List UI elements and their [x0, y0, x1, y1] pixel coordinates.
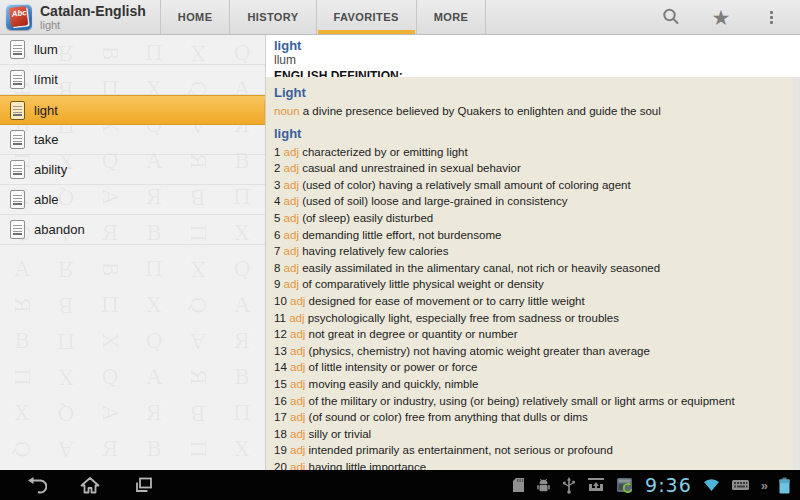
part-of-speech: adj [290, 411, 309, 423]
usb-icon [562, 477, 576, 494]
definition-line: 8 adj easily assimilated in the alimenta… [274, 260, 783, 277]
status-tray[interactable]: 9:36 » [512, 474, 800, 496]
home-icon[interactable] [78, 474, 102, 496]
recent-apps-icon[interactable] [132, 474, 156, 496]
part-of-speech: adj [290, 428, 309, 440]
sd-card-icon [512, 477, 525, 493]
definition-line: 10 adj designed for ease of movement or … [274, 293, 783, 310]
definition-text: intended primarily as entertainment, not… [309, 444, 613, 456]
word-label: ability [34, 162, 67, 177]
part-of-speech: adj [284, 245, 303, 257]
word-list-item-light[interactable]: light [0, 95, 265, 125]
definition-line: 3 adj (used of color) having a relativel… [274, 177, 783, 194]
definition-text: of the military or industry, using (or b… [309, 395, 735, 407]
app-subtitle: light [40, 19, 146, 31]
title-block: Catalan-English light [40, 4, 146, 31]
definition-line: 18 adj silly or trivial [274, 426, 783, 443]
definition-line: 11 adj psychologically light, especially… [274, 310, 783, 327]
part-of-speech: adj [284, 162, 303, 174]
battery-icon [779, 477, 790, 494]
document-icon [10, 220, 25, 239]
definition-number: 14 [274, 361, 290, 373]
part-of-speech: adj [290, 378, 309, 390]
definition-line: 12 adj not great in degree or quantity o… [274, 326, 783, 343]
definition-line: 15 adj moving easily and quickly, nimble [274, 376, 783, 393]
definition-text: psychologically light, especially free f… [308, 312, 619, 324]
definition-text: (physics, chemistry) not having atomic w… [309, 345, 650, 357]
back-icon[interactable] [24, 474, 48, 496]
star-icon[interactable]: ★ [710, 5, 732, 29]
definition-number: 11 [274, 312, 289, 324]
definition-text: a divine presence believed by Quakers to… [303, 105, 661, 117]
keyboard-icon [731, 478, 750, 492]
word-list: llumlímitlighttakeabilityableabandon [0, 35, 265, 245]
part-of-speech: adj [284, 212, 303, 224]
tab-home[interactable]: HOME [160, 0, 230, 34]
actionbar-actions: ★ [660, 5, 800, 29]
part-of-speech: adj [284, 262, 303, 274]
navigation-buttons [0, 474, 156, 496]
definition-text: casual and unrestrained in sexual behavi… [302, 162, 521, 174]
definition-line: 20 adj having little importance [274, 459, 783, 470]
word-list-item-able[interactable]: able [0, 185, 265, 215]
definition-number: 3 [274, 179, 284, 191]
tab-more[interactable]: MORE [416, 0, 487, 34]
definition-panel: light llum ENGLISH DEFINITION: Lightnoun… [265, 35, 800, 470]
part-of-speech: adj [290, 295, 309, 307]
document-icon [10, 190, 25, 209]
overflow-menu-icon[interactable] [760, 5, 782, 29]
definition-line: 6 adj demanding little effort, not burde… [274, 227, 783, 244]
sense-headword: light [274, 126, 783, 141]
definition-number: 4 [274, 195, 284, 207]
sense-headword: Light [274, 85, 783, 100]
definition-text: having little importance [309, 461, 427, 470]
definition-number: 5 [274, 212, 284, 224]
definition-number: 19 [274, 444, 290, 456]
word-label: light [34, 103, 58, 118]
definition-line: 1 adj characterized by or emitting light [274, 144, 783, 161]
definition-text: characterized by or emitting light [302, 146, 468, 158]
definition-line: 7 adj having relatively few calories [274, 243, 783, 260]
favorites-word-list-panel: AЯBПXQЯBПXQABПXQAЯПXQAЯBXQAЯBПQAЯBПXAЯBП… [0, 35, 265, 470]
definition-number: 18 [274, 428, 290, 440]
definition-text: not great in degree or quantity or numbe… [309, 328, 518, 340]
wifi-icon [703, 478, 720, 492]
definition-text: of little intensity or power or force [309, 361, 478, 373]
definition-text: (used of color) having a relatively smal… [302, 179, 631, 191]
word-list-item-límit[interactable]: límit [0, 65, 265, 95]
search-icon[interactable] [660, 5, 682, 29]
clock[interactable]: 9:36 [645, 474, 692, 496]
tab-history[interactable]: HISTORY [229, 0, 315, 34]
app-title: Catalan-English [40, 4, 146, 19]
definition-line: 14 adj of little intensity or power or f… [274, 359, 783, 376]
definition-line: 9 adj of comparatively little physical w… [274, 276, 783, 293]
definition-number: 2 [274, 162, 284, 174]
action-bar: Abc Catalan-English light HOMEHISTORYFAV… [0, 0, 800, 35]
app-window: Abc Catalan-English light HOMEHISTORYFAV… [0, 0, 800, 500]
word-list-item-take[interactable]: take [0, 125, 265, 155]
word-list-item-llum[interactable]: llum [0, 35, 265, 65]
word-label: take [34, 132, 59, 147]
part-of-speech: adj [289, 312, 308, 324]
word-list-item-ability[interactable]: ability [0, 155, 265, 185]
definition-text: easily assimilated in the alimentary can… [302, 262, 660, 274]
document-icon [10, 40, 25, 59]
definition-line: 19 adj intended primarily as entertainme… [274, 442, 783, 459]
part-of-speech: adj [290, 361, 309, 373]
definition-text: designed for ease of movement or to carr… [309, 295, 585, 307]
definition-number: 20 [274, 461, 290, 470]
entry-header: light llum ENGLISH DEFINITION: [266, 35, 800, 83]
definition-number: 8 [274, 262, 284, 274]
definition-number: 1 [274, 146, 284, 158]
definition-line: 13 adj (physics, chemistry) not having a… [274, 343, 783, 360]
definition-number: 12 [274, 328, 290, 340]
app-icon[interactable]: Abc [6, 4, 32, 30]
definition-text: (of sound or color) free from anything t… [309, 411, 588, 423]
part-of-speech: adj [284, 278, 303, 290]
definition-line: noun a divine presence believed by Quake… [274, 103, 783, 120]
entry-translation: llum [274, 54, 792, 67]
tab-favorites[interactable]: FAVORITES [316, 0, 416, 34]
word-list-item-abandon[interactable]: abandon [0, 215, 265, 245]
tab-bar: HOMEHISTORYFAVORITESMORE [160, 0, 486, 34]
part-of-speech: adj [290, 345, 309, 357]
